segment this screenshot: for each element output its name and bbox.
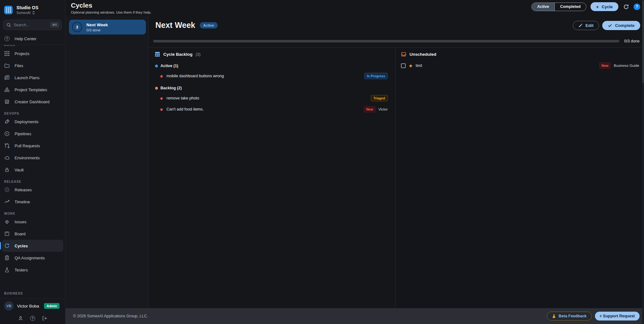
unscheduled-item-row[interactable]: ★ test New Business Guide xyxy=(401,62,639,69)
cycle-progress: 0/3 done xyxy=(153,39,640,43)
org-selector[interactable]: SomexAI xyxy=(16,11,38,15)
issue-row[interactable]: remove take photo Triaged xyxy=(159,95,388,101)
group-backlog-label: Backlog (2) xyxy=(160,86,182,90)
cycle-card-next-week[interactable]: 3 Next Week 0/3 done xyxy=(69,20,146,35)
sidebar-item-label: Timeline xyxy=(15,200,30,204)
sidebar-item-label: Launch Plans xyxy=(15,75,40,80)
sidebar: Studio OS SomexAI ⌘K ? Help Center xyxy=(0,0,66,324)
backlog-dot-icon xyxy=(155,87,158,90)
group-active: Active (1) xyxy=(155,64,395,68)
assignee-label: Business Guide xyxy=(614,64,639,67)
scrollbar-thumb[interactable] xyxy=(642,1,644,83)
issue-title: mobile dashboard buttons wrong xyxy=(166,74,224,78)
sidebar-item-label: Testers xyxy=(15,268,28,272)
issue-row[interactable]: mobile dashboard buttons wrong In Progre… xyxy=(159,73,388,79)
backlog-count: (3) xyxy=(196,52,200,57)
app-name: Studio OS xyxy=(16,5,38,10)
sidebar-item-label: Files xyxy=(15,63,23,68)
sidebar-item-label: Releases xyxy=(15,187,32,192)
play-circle-icon xyxy=(4,131,10,137)
section-label-devops: DEVOPS xyxy=(0,112,65,115)
copyright-text: © 2026 SomexAI Applications Group, LLC. xyxy=(73,314,148,318)
help-circle-icon[interactable]: ? xyxy=(29,315,36,321)
sidebar-item-pull-requests[interactable]: Pull Requests xyxy=(0,140,65,152)
complete-button[interactable]: Complete xyxy=(602,21,640,30)
support-request-label: + Support Request xyxy=(600,314,635,318)
sidebar-item-board[interactable]: Board xyxy=(0,228,65,240)
sidebar-item-issues[interactable]: Issues xyxy=(0,216,65,228)
workspace-switcher[interactable]: Studio OS SomexAI xyxy=(0,0,65,18)
new-cycle-label: Cycle xyxy=(602,4,613,9)
sidebar-item-project-templates[interactable]: Project Templates xyxy=(0,84,65,96)
account-icon[interactable] xyxy=(17,315,24,321)
refresh-icon[interactable] xyxy=(622,3,629,10)
status-badge: New xyxy=(364,106,376,112)
issue-title: Can't add food items. xyxy=(166,107,204,111)
sidebar-item-label: Cycles xyxy=(15,244,28,248)
sidebar-item-vault[interactable]: Vault xyxy=(0,164,65,176)
sidebar-item-pipelines[interactable]: Pipelines xyxy=(0,128,65,140)
cycle-detail: Next Week Active Edit Complete 0/3 done xyxy=(149,16,644,308)
sidebar-item-label: Pull Requests xyxy=(15,143,40,148)
issue-title: remove take photo xyxy=(166,96,199,100)
unfold-more-icon xyxy=(32,11,35,15)
sidebar-item-timeline[interactable]: Timeline xyxy=(0,196,65,208)
new-release-badge-icon xyxy=(4,187,10,193)
status-badge: In Progress xyxy=(364,73,388,79)
sidebar-item-creator-dashboard[interactable]: Creator Dashboard xyxy=(0,96,65,108)
search-shortcut: ⌘K xyxy=(50,22,59,28)
logout-icon[interactable] xyxy=(41,315,48,321)
cycle-card-name: Next Week xyxy=(86,22,108,27)
unscheduled-column: Unscheduled ★ test New Business Guide xyxy=(396,48,644,308)
sidebar-item-help-center[interactable]: ? Help Center xyxy=(0,33,65,45)
category-shapes-icon xyxy=(4,87,10,92)
sidebar-item-cycles[interactable]: Cycles xyxy=(2,240,63,252)
projects-grid-icon xyxy=(4,51,10,56)
section-build-clipped: BUILD xyxy=(0,45,65,48)
cycle-status-badge: Active xyxy=(200,22,218,29)
sidebar-item-qa-assignments[interactable]: QA Assignments xyxy=(0,252,65,264)
filter-completed-button[interactable]: Completed xyxy=(554,3,586,11)
sidebar-item-launch-plans[interactable]: Launch Plans xyxy=(0,72,65,84)
sidebar-item-label: Deployments xyxy=(15,119,39,124)
bug-icon xyxy=(159,107,164,111)
help-button[interactable]: ? xyxy=(634,3,640,10)
star-icon[interactable]: ★ xyxy=(409,63,413,68)
sidebar-item-deployments[interactable]: Deployments xyxy=(0,116,65,128)
new-cycle-button[interactable]: + Cycle xyxy=(591,2,618,11)
org-name: SomexAI xyxy=(16,11,31,15)
sidebar-item-testers[interactable]: Testers xyxy=(0,264,65,276)
sidebar-item-environments[interactable]: Environments xyxy=(0,152,65,164)
sidebar-item-label: Vault xyxy=(15,168,24,172)
edit-button[interactable]: Edit xyxy=(573,21,599,30)
plus-icon: + xyxy=(596,4,599,10)
issue-title: test xyxy=(416,63,422,68)
beta-flask-icon xyxy=(552,314,556,318)
sidebar-item-label: Projects xyxy=(15,51,29,56)
item-checkbox[interactable] xyxy=(401,63,406,68)
cycle-list-panel: 3 Next Week 0/3 done xyxy=(66,16,149,308)
storefront-icon xyxy=(4,99,10,105)
search-box[interactable]: ⌘K xyxy=(3,20,62,30)
sidebar-item-files[interactable]: Files xyxy=(0,60,65,72)
sidebar-item-projects[interactable]: Projects xyxy=(0,48,65,60)
page-scrollbar[interactable] xyxy=(642,0,644,324)
search-input[interactable] xyxy=(14,23,47,27)
backlog-title: Cycle Backlog xyxy=(163,52,192,57)
beta-feedback-button[interactable]: Beta Feedback xyxy=(547,312,591,321)
cycle-backlog-column: Cycle Backlog (3) Active (1) mobile dash… xyxy=(149,48,396,308)
cloud-icon xyxy=(4,155,10,161)
filter-active-button[interactable]: Active xyxy=(532,3,554,11)
user-profile[interactable]: VB Victor Boba Admin xyxy=(0,299,65,312)
issue-row[interactable]: Can't add food items. New Victor xyxy=(159,106,388,112)
bug-icon xyxy=(159,96,164,100)
sidebar-item-label: Environments xyxy=(15,156,40,160)
clipboard-icon xyxy=(4,255,10,261)
sidebar-item-label: Issues xyxy=(15,219,27,224)
trend-line-icon xyxy=(4,199,10,205)
support-request-button[interactable]: + Support Request xyxy=(595,312,640,321)
section-label-work: WORK xyxy=(0,212,65,215)
page-header: Cycles Optional planning windows. Use th… xyxy=(66,0,644,16)
sidebar-item-releases[interactable]: Releases xyxy=(0,184,65,196)
user-name: Victor Boba xyxy=(17,304,39,308)
